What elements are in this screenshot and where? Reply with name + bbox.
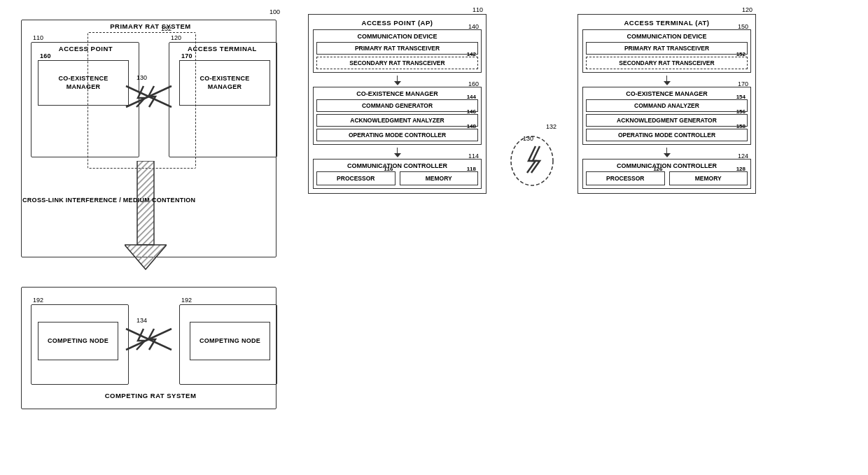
lightning-134: 134 (122, 325, 175, 353)
ap-coex-ref: 160 (40, 52, 51, 61)
ap-proc-mem-row: 116 PROCESSOR 118 MEMORY (316, 171, 478, 185)
at-mem-label: MEMORY (695, 175, 722, 182)
at-ack-box: 156 ACKNOWLEDGMENT GENERATOR (586, 114, 748, 127)
hatched-arrow (125, 161, 167, 273)
left-diagram: 100 PRIMARY RAT SYSTEM 110 ACCESS POINT … (14, 7, 287, 469)
diagram-container: 100 PRIMARY RAT SYSTEM 110 ACCESS POINT … (0, 0, 868, 475)
link-130-middle-ref: 130 (523, 135, 533, 142)
ap-comm-ctrl-title: COMMUNICATION CONTROLLER (316, 162, 478, 169)
at-arrow-2 (582, 148, 751, 157)
at-secondary-label: SECONDARY RAT TRANSCEIVER (619, 59, 714, 66)
ap-comm-title: COMMUNICATION DEVICE (316, 33, 478, 40)
ap-omc-box: 148 OPERATING MODE CONTROLLER (316, 129, 478, 141)
ap-ack-label: ACKNOWLEDGMENT ANALYZER (350, 117, 444, 124)
ap-proc-box: 116 PROCESSOR (316, 171, 396, 185)
at-proc-mem-row: 126 PROCESSOR 128 MEMORY (586, 171, 748, 185)
competing2-ref: 192 (181, 297, 192, 304)
competing2-label: COMPETING NODE (200, 337, 260, 346)
at-comm-ctrl-title: COMMUNICATION CONTROLLER (586, 162, 748, 169)
at-mem-box: 128 MEMORY (669, 171, 748, 185)
at-comm-ctrl-ref: 124 (738, 153, 748, 159)
competing2-inner: COMPETING NODE (190, 322, 270, 360)
at-outer-ref: 120 (742, 6, 752, 13)
ap-mem-label: MEMORY (426, 175, 452, 182)
at-outer-box: 120 ACCESS TERMINAL (AT) 150 COMMUNICATI… (578, 14, 756, 194)
at-omc-box: 158 OPERATING MODE CONTROLLER (586, 129, 748, 141)
ap-comm-ctrl-section: 114 COMMUNICATION CONTROLLER 116 PROCESS… (313, 159, 482, 189)
at-cmd-label: COMMAND ANALYZER (634, 102, 699, 109)
ap-secondary-box: 142 SECONDARY RAT TRANSCEIVER (316, 57, 478, 69)
link-130-ref: 130 (136, 74, 147, 81)
ap-primary-label: PRIMARY RAT TRANSCEIVER (355, 45, 440, 52)
at-cmd-ref: 154 (736, 94, 746, 100)
at-outer-title: ACCESS TERMINAL (AT) (582, 19, 751, 27)
at-ack-ref: 156 (736, 108, 746, 115)
ap-cmd-gen-ref: 144 (467, 94, 476, 100)
ap-arrow-2 (313, 148, 482, 157)
competing1-ref: 192 (33, 297, 43, 304)
ap-mem-ref: 118 (467, 166, 476, 172)
ap-omc-label: OPERATING MODE CONTROLLER (349, 132, 446, 139)
ap-proc-ref: 116 (384, 166, 393, 172)
ap-arrow-1 (313, 76, 482, 85)
link-132-middle: 132 130 (507, 133, 556, 189)
ap-coex-section: 160 CO-EXISTENCE MANAGER 144 COMMAND GEN… (313, 87, 482, 145)
at-proc-label: PROCESSOR (606, 175, 644, 182)
ap-ack-ref: 146 (467, 108, 476, 115)
link-134-ref: 134 (136, 317, 147, 324)
at-omc-ref: 158 (736, 123, 746, 129)
lightning-130: 130 (122, 83, 175, 111)
ref-100: 100 (270, 8, 280, 15)
at-comm-ctrl-section: 124 COMMUNICATION CONTROLLER 126 PROCESS… (582, 159, 751, 189)
at-coex-title: CO-EXISTENCE MANAGER (586, 90, 748, 97)
middle-lightning-area: 132 130 (507, 133, 556, 189)
ap-ref: 110 (33, 34, 43, 41)
at-comm-title: COMMUNICATION DEVICE (586, 33, 748, 40)
ap-omc-ref: 148 (467, 123, 476, 129)
ap-secondary-ref: 142 (467, 51, 476, 57)
svg-marker-4 (125, 245, 167, 269)
ap-comm-ctrl-ref: 114 (468, 153, 479, 159)
at-proc-ref: 126 (653, 166, 662, 172)
primary-system-label: PRIMARY RAT SYSTEM (110, 22, 190, 30)
at-proc-box: 126 PROCESSOR (586, 171, 665, 185)
ap-secondary-label: SECONDARY RAT TRANSCEIVER (349, 59, 444, 66)
at-mem-ref: 128 (736, 166, 746, 172)
at-secondary-ref: 152 (736, 51, 746, 57)
at-arrow-1 (582, 76, 751, 85)
at-primary-box: PRIMARY RAT TRANSCEIVER (586, 42, 748, 55)
ap-outer-ref: 110 (472, 6, 483, 13)
ap-proc-label: PROCESSOR (337, 175, 374, 182)
ap-outer-box: 110 ACCESS POINT (AP) 140 COMMUNICATION … (308, 14, 486, 194)
ap-ack-box: 146 ACKNOWLEDGMENT ANALYZER (316, 114, 478, 127)
competing-system-label: COMPETING RAT SYSTEM (105, 392, 197, 399)
crosslink-label: CROSS-LINK INTERFERENCE / MEDIUM CONTENT… (22, 196, 195, 205)
lightning-middle: 130 (516, 143, 548, 177)
at-cmd-box: 154 COMMAND ANALYZER (586, 99, 748, 112)
ap-device-diagram: 110 ACCESS POINT (AP) 140 COMMUNICATION … (308, 14, 486, 194)
ap-comm-device-section: 140 COMMUNICATION DEVICE PRIMARY RAT TRA… (313, 29, 482, 73)
ap-cmd-gen-box: 144 COMMAND GENERATOR (316, 99, 478, 112)
link-132-ref: 132 (161, 25, 172, 32)
ap-coex-section-ref: 160 (468, 80, 479, 87)
at-coex-section: 170 CO-EXISTENCE MANAGER 154 COMMAND ANA… (582, 87, 751, 145)
ap-primary-box: PRIMARY RAT TRANSCEIVER (316, 42, 478, 55)
at-comm-ref: 150 (738, 23, 748, 30)
ap-comm-ref: 140 (468, 23, 479, 30)
at-primary-label: PRIMARY RAT TRANSCEIVER (624, 45, 709, 52)
at-coex-section-ref: 170 (738, 80, 748, 87)
at-ack-label: ACKNOWLEDGMENT GENERATOR (617, 117, 717, 124)
at-omc-label: OPERATING MODE CONTROLLER (618, 132, 715, 139)
ap-outer-title: ACCESS POINT (AP) (313, 19, 482, 27)
competing1-label: COMPETING NODE (48, 337, 108, 346)
ap-mem-box: 118 MEMORY (400, 171, 479, 185)
link-132-middle-ref: 132 (546, 123, 556, 130)
competing1-inner: COMPETING NODE (38, 322, 118, 360)
at-comm-device-section: 150 COMMUNICATION DEVICE PRIMARY RAT TRA… (582, 29, 751, 73)
at-secondary-box: 152 SECONDARY RAT TRANSCEIVER (586, 57, 748, 69)
at-device-diagram: 120 ACCESS TERMINAL (AT) 150 COMMUNICATI… (578, 14, 756, 194)
ap-cmd-gen-label: COMMAND GENERATOR (362, 102, 433, 109)
ap-coex-title: CO-EXISTENCE MANAGER (316, 90, 478, 97)
